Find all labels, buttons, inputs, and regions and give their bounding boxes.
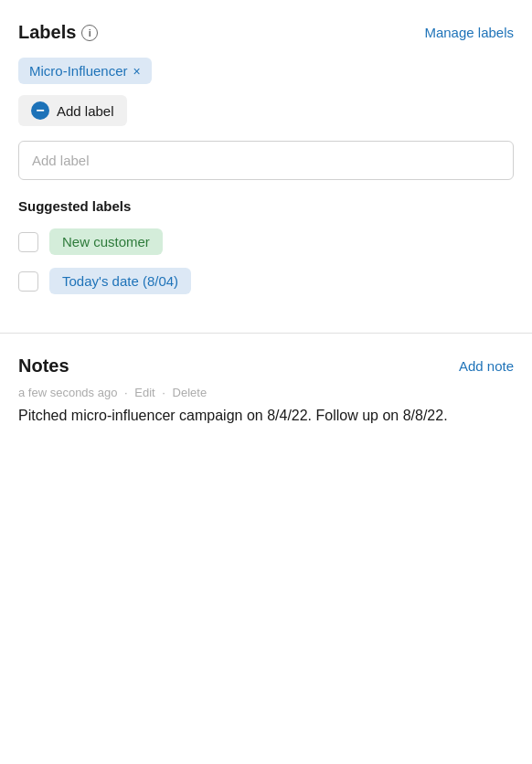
labels-title: Labels: [18, 22, 76, 43]
info-icon[interactable]: i: [81, 25, 98, 41]
note-edit-link[interactable]: Edit: [134, 386, 154, 399]
notes-header: Notes Add note: [18, 355, 514, 377]
suggestion-label-todays-date[interactable]: Today's date (8/04): [49, 268, 191, 294]
suggestion-checkbox-todays-date[interactable]: [18, 271, 38, 292]
suggestion-checkbox-new-customer[interactable]: [18, 232, 38, 252]
manage-labels-link[interactable]: Manage labels: [424, 25, 514, 40]
notes-title: Notes: [18, 355, 69, 377]
add-note-link[interactable]: Add note: [459, 358, 514, 374]
label-tag-remove-button[interactable]: ×: [133, 65, 141, 78]
labels-header: Labels i Manage labels: [18, 22, 514, 43]
suggestion-label-new-customer[interactable]: New customer: [49, 228, 163, 255]
add-label-button[interactable]: − Add label: [18, 95, 127, 126]
note-meta: a few seconds ago · Edit · Delete: [18, 386, 514, 399]
add-label-input[interactable]: [18, 141, 514, 180]
note-meta-separator-1: ·: [124, 386, 128, 399]
label-tag-micro-influencer: Micro-Influencer ×: [18, 58, 152, 84]
suggested-label-item-0: New customer: [18, 228, 514, 255]
add-label-button-text: Add label: [57, 103, 114, 119]
suggested-label-item-1: Today's date (8/04): [18, 268, 514, 294]
note-meta-separator-2: ·: [162, 386, 165, 399]
note-delete-link[interactable]: Delete: [173, 386, 207, 399]
note-content: Pitched micro-influencer campaign on 8/4…: [18, 405, 514, 427]
notes-section: Notes Add note a few seconds ago · Edit …: [0, 334, 532, 452]
label-tags-container: Micro-Influencer ×: [18, 58, 514, 84]
suggested-labels-title: Suggested labels: [18, 198, 514, 214]
labels-section: Labels i Manage labels Micro-Influencer …: [0, 0, 532, 333]
labels-title-group: Labels i: [18, 22, 98, 43]
label-tag-text: Micro-Influencer: [29, 63, 128, 79]
note-timestamp: a few seconds ago: [18, 386, 117, 399]
minus-icon: −: [31, 101, 49, 120]
